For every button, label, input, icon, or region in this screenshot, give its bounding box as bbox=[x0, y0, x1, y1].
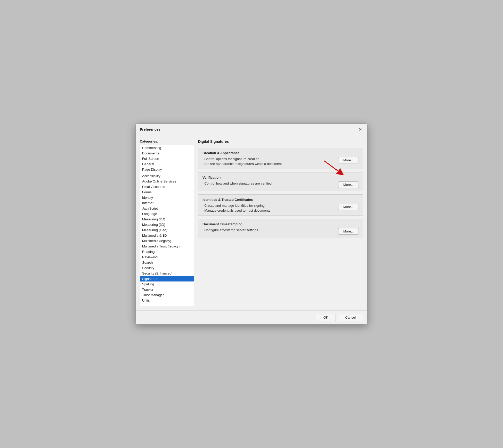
page-title: Digital Signatures bbox=[198, 139, 363, 145]
creation-appearance-more-button[interactable]: More... bbox=[338, 157, 359, 163]
sidebar-item-general[interactable]: General bbox=[140, 161, 194, 167]
timestamping-title: Document Timestamping bbox=[202, 222, 359, 226]
title-bar: Preferences ✕ bbox=[136, 124, 367, 135]
sidebar-item-spelling[interactable]: Spelling bbox=[140, 281, 194, 287]
verification-section: Verification · Control how and when sign… bbox=[198, 172, 363, 191]
bullet-2: · Set the appearance of signatures withi… bbox=[202, 162, 282, 166]
sidebar-item-documents[interactable]: Documents bbox=[140, 151, 194, 156]
verification-bullet-1: · Control how and when signatures are ve… bbox=[202, 181, 272, 185]
sidebar-item-measuring-geo[interactable]: Measuring (Geo) bbox=[140, 227, 194, 233]
sidebar-item-multimedia-3d[interactable]: Multimedia & 3D bbox=[140, 233, 194, 238]
sidebar-item-identity[interactable]: Identity bbox=[140, 195, 194, 200]
close-button[interactable]: ✕ bbox=[357, 126, 363, 132]
category-list: Commenting Documents Full Screen General… bbox=[140, 145, 194, 306]
identities-more-button[interactable]: More... bbox=[338, 204, 359, 210]
main-content: Digital Signatures Creation & Appearance… bbox=[198, 139, 363, 306]
sidebar-item-signatures[interactable]: Signatures bbox=[140, 276, 194, 281]
sidebar-item-full-screen[interactable]: Full Screen bbox=[140, 156, 194, 161]
sidebar-item-accessibility[interactable]: Accessibility bbox=[140, 173, 194, 179]
sidebar-item-forms[interactable]: Forms bbox=[140, 189, 194, 195]
sidebar-item-language[interactable]: Language bbox=[140, 211, 194, 217]
preferences-dialog: Preferences ✕ Categories: Commenting Doc… bbox=[135, 123, 368, 325]
identities-body: · Create and manage identities for signi… bbox=[202, 204, 359, 212]
sidebar-item-adobe-online-services[interactable]: Adobe Online Services bbox=[140, 179, 194, 184]
verification-wrapper: Verification · Control how and when sign… bbox=[198, 172, 363, 191]
dialog-title: Preferences bbox=[140, 127, 160, 131]
cancel-button[interactable]: Cancel bbox=[338, 314, 363, 321]
timestamping-section: Document Timestamping · Configure timest… bbox=[198, 219, 363, 238]
creation-appearance-title: Creation & Appearance bbox=[202, 151, 359, 155]
dialog-footer: OK Cancel bbox=[136, 310, 367, 324]
categories-label: Categories: bbox=[140, 139, 194, 143]
creation-appearance-body: · Control options for signature creation… bbox=[202, 157, 359, 166]
sidebar-item-tracker[interactable]: Tracker bbox=[140, 287, 194, 292]
creation-appearance-section: Creation & Appearance · Control options … bbox=[198, 148, 363, 169]
sidebar-item-javascript[interactable]: JavaScript bbox=[140, 206, 194, 211]
identities-section: Identities & Trusted Certificates · Crea… bbox=[198, 194, 363, 216]
timestamping-bullets: · Configure timestamp server settings bbox=[202, 228, 258, 232]
sidebar-item-security[interactable]: Security bbox=[140, 265, 194, 271]
sidebar-item-email-accounts[interactable]: Email Accounts bbox=[140, 184, 194, 189]
sidebar-item-page-display[interactable]: Page Display bbox=[140, 167, 194, 172]
sidebar: Categories: Commenting Documents Full Sc… bbox=[140, 139, 194, 306]
timestamping-more-button[interactable]: More... bbox=[338, 228, 359, 235]
sidebar-item-reading[interactable]: Reading bbox=[140, 249, 194, 254]
verification-more-button[interactable]: More... bbox=[338, 181, 359, 188]
sidebar-item-multimedia-legacy[interactable]: Multimedia (legacy) bbox=[140, 238, 194, 244]
dialog-body: Categories: Commenting Documents Full Sc… bbox=[136, 135, 367, 310]
timestamping-bullet-1: · Configure timestamp server settings bbox=[202, 228, 258, 232]
sidebar-item-search[interactable]: Search bbox=[140, 260, 194, 265]
sections-area: Creation & Appearance · Control options … bbox=[198, 148, 363, 241]
verification-body: · Control how and when signatures are ve… bbox=[202, 181, 359, 188]
ok-button[interactable]: OK bbox=[316, 314, 336, 321]
sidebar-item-units[interactable]: Units bbox=[140, 298, 194, 303]
sidebar-item-internet[interactable]: Internet bbox=[140, 200, 194, 206]
bullet-1: · Control options for signature creation bbox=[202, 157, 282, 161]
sidebar-item-reviewing[interactable]: Reviewing bbox=[140, 254, 194, 260]
creation-appearance-bullets: · Control options for signature creation… bbox=[202, 157, 282, 166]
verification-bullets: · Control how and when signatures are ve… bbox=[202, 181, 272, 185]
verification-title: Verification bbox=[202, 176, 359, 179]
sidebar-item-measuring-2d[interactable]: Measuring (2D) bbox=[140, 217, 194, 222]
sidebar-item-commenting[interactable]: Commenting bbox=[140, 145, 194, 151]
sidebar-item-security-enhanced[interactable]: Security (Enhanced) bbox=[140, 271, 194, 276]
identities-bullet-1: · Create and manage identities for signi… bbox=[202, 204, 270, 208]
identities-title: Identities & Trusted Certificates bbox=[202, 198, 359, 202]
sidebar-item-multimedia-trust-legacy[interactable]: Multimedia Trust (legacy) bbox=[140, 244, 194, 249]
identities-bullet-2: · Manage credentials used to trust docum… bbox=[202, 209, 270, 212]
timestamping-body: · Configure timestamp server settings Mo… bbox=[202, 228, 359, 235]
sidebar-item-measuring-3d[interactable]: Measuring (3D) bbox=[140, 222, 194, 227]
sidebar-item-trust-manager[interactable]: Trust Manager bbox=[140, 292, 194, 298]
identities-bullets: · Create and manage identities for signi… bbox=[202, 204, 270, 212]
